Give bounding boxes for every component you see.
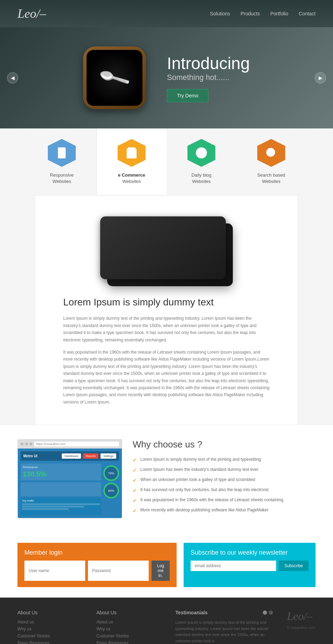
why-item: ✔ When an unknown printer took a galley … [133,477,316,483]
footer-col-1: About Us About us Why us Customer Storie… [17,610,82,644]
tablet-image [63,195,270,297]
tab-responsive[interactable]: ResponsiveWebsites [27,128,97,195]
tab-ecommerce[interactable]: e Commerce Websites [97,128,166,195]
content-para2: It was popularised in the 1960s with the… [63,349,270,406]
features-tabs: ResponsiveWebsites e Commerce Websites D… [0,128,333,195]
footer-link[interactable]: Why us [96,627,161,631]
testimonial-title: Testimoanials [176,610,273,615]
browser-dot [30,443,32,445]
chart-circle-2: 60% [103,483,119,498]
login-button[interactable]: Log me in. [151,561,170,581]
hero-title: Introducing [167,54,250,73]
footer-logo-col: Leo/– © cssauthor.com [287,610,316,644]
nav-products[interactable]: Products [240,11,260,16]
blog-icon [187,139,215,167]
bottom-bars: Member login Log me in. Subscribe to our… [0,532,333,598]
footer-domain: © cssauthor.com [287,626,316,630]
why-item: ✔ Lorem Ipsum is simply dummy text of th… [133,457,316,463]
subscribe-button[interactable]: Subscribe [279,561,309,571]
check-icon: ✔ [133,467,137,473]
testimonial-dot[interactable] [263,610,267,615]
footer-link[interactable]: Customer Stories [96,634,161,638]
footer-link[interactable]: Why us [17,627,82,631]
footer-link[interactable]: Press Resources [96,641,161,644]
password-input[interactable] [88,561,149,581]
why-content: Why choose us ? ✔ Lorem Ipsum is simply … [133,439,316,518]
screenshot-tab-red: Reports [83,453,98,459]
hero-text: Introducing Something hot...... Try Demo [167,54,250,102]
why-item: ✔ More recently with desktop publishing … [133,508,316,513]
check-icon: ✔ [133,478,137,483]
screenshot-header: Metro UI Dashboard Reports Settings [21,451,119,461]
tab-search[interactable]: Search basedWebsites [236,128,306,195]
spoon-icon: 🥄 [97,61,132,95]
tab-blog[interactable]: Daily blogWebsites [166,128,236,195]
footer-link[interactable]: About us [17,620,82,624]
screenshot-tab: Dashboard [62,453,81,459]
footer-col2-title: About Us [96,610,161,615]
cart-icon [125,146,138,160]
try-demo-button[interactable]: Try Demo [167,89,208,102]
site-logo: Leo/– [17,6,46,21]
nav-solutions[interactable]: Solutions [210,11,230,16]
perf-value: 130.5% [23,470,99,478]
content-para1: Lorem Ipsum is simply dummy text of the … [63,315,270,343]
testimonial-dot[interactable] [269,610,273,615]
browser-dot [21,443,23,445]
nav-contact[interactable]: Contact [299,11,316,16]
chart-circle-1: 70% [103,465,119,481]
member-login-box: Member login Log me in. [17,543,177,587]
header: Leo/– Solutions Products Portfolio Conta… [0,0,333,27]
browser-bar: https://cssauthor.com [18,439,122,449]
hero-content: 🥄 Introducing Something hot...... Try De… [83,46,250,109]
login-fields: Log me in. [24,561,170,581]
why-item: ✔ It was popularised in the 1960s with t… [133,497,316,503]
why-item: ✔ It has survived not only five centurie… [133,487,316,493]
hero-prev-button[interactable]: ◀ [7,72,18,83]
footer-link[interactable]: Press Resources [17,641,82,644]
check-icon: ✔ [133,488,137,493]
hero-section: ◀ 🥄 Introducing Something hot...... Try … [0,27,333,128]
why-heading: Why choose us ? [133,439,316,450]
search-tab-icon [257,139,285,167]
search-icon [265,146,278,160]
newsletter-fields: Subscribe [191,561,309,571]
footer-testimonial: Testimoanials Lorem Ipsum is simply dumm… [176,610,273,644]
check-icon: ✔ [133,508,137,513]
browser-url: https://cssauthor.com [34,442,119,446]
footer-col-2: About Us About us Why us Customer Storie… [96,610,161,644]
username-input[interactable] [24,561,85,581]
member-login-title: Member login [24,549,170,556]
check-icon: ✔ [133,457,137,463]
blog-label: Daily blogWebsites [191,172,211,185]
ecommerce-icon [118,139,146,167]
testimonial-nav [263,610,273,615]
browser-dot [25,443,28,445]
main-nav: Solutions Products Portfolio Contact [210,11,316,16]
nav-portfolio[interactable]: Portfolio [270,11,288,16]
hero-app-icon: 🥄 [83,46,146,109]
svg-rect-0 [58,147,66,158]
svg-point-5 [266,148,275,157]
footer-link[interactable]: About us [96,620,161,624]
globe-icon [195,146,208,160]
footer-link[interactable]: Customer Stories [17,634,82,638]
content-section: Lorem Ipsum is simply dummy text Lorem I… [35,195,298,425]
performance-box: Perfomance 130.5% [21,464,101,480]
content-heading: Lorem Ipsum is simply dummy text [63,297,270,308]
hero-subtitle: Something hot...... [167,73,250,82]
email-input[interactable] [191,561,276,571]
footer-logo: Leo/– [287,610,312,623]
responsive-label: ResponsiveWebsites [50,172,74,185]
tablet-visual [100,209,233,286]
app-name: Metro UI [23,454,37,458]
responsive-icon [48,139,76,167]
check-icon: ✔ [133,498,137,503]
why-item: ✔ Lorem Ipsum has been the industry's st… [133,467,316,473]
why-section: https://cssauthor.com Metro UI Dashboard… [0,425,333,532]
newsletter-title: Subscribe to our weekly newsletter [191,549,309,556]
footer-col1-title: About Us [17,610,82,615]
screenshot-body: Metro UI Dashboard Reports Settings Perf… [18,449,122,518]
hero-next-button[interactable]: ▶ [315,72,326,83]
search-label: Search basedWebsites [257,172,285,185]
